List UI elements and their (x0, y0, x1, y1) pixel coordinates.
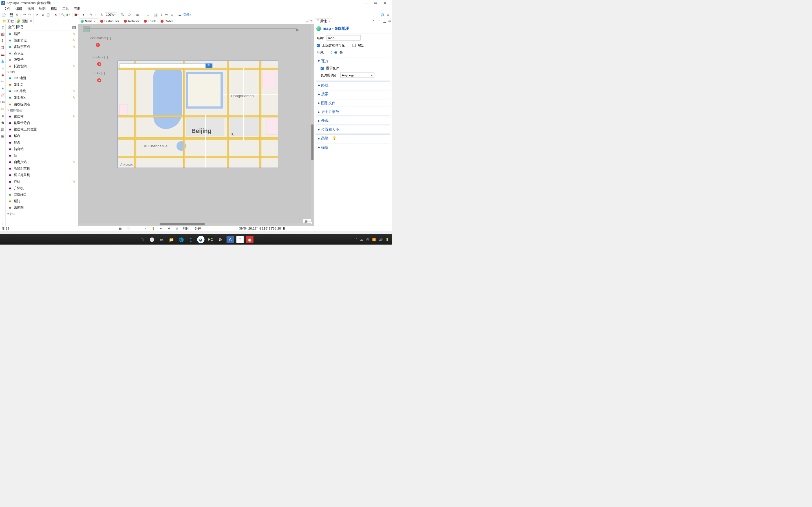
editor-tab[interactable]: Main✕ (79, 18, 98, 24)
cat-statechart-icon[interactable]: ▭ (1, 107, 4, 111)
taskbar-pycharm-icon[interactable]: PC (207, 236, 214, 243)
population-agent-icon[interactable]: ✦ (97, 62, 101, 66)
snap-button[interactable]: ◫ (141, 12, 145, 17)
shape-button[interactable]: ⬡▾ (128, 12, 132, 17)
palette-item[interactable]: ◆GIS路线✎ (6, 88, 78, 94)
name-input[interactable] (326, 35, 361, 40)
gis-search-button[interactable]: 🔍 (206, 63, 212, 68)
build-button[interactable]: 🔨 (61, 12, 65, 17)
provider-select[interactable]: AnyLogic▾ (340, 73, 374, 78)
sb-space-icon[interactable]: ⌖ (144, 226, 147, 230)
new-button[interactable]: 📄▾ (2, 12, 6, 17)
menu-edit[interactable]: 编辑 (14, 6, 23, 11)
target-button[interactable]: ⊕ (170, 12, 174, 17)
section-shapefile-header[interactable]: ▶图形文件 (316, 99, 390, 107)
stop-button[interactable]: ■ (81, 12, 86, 17)
editor-canvas[interactable]: ▶ ▼ distributors [..]✦retailers [..]✦tru… (78, 24, 314, 226)
sb-snap-icon[interactable]: ◫ (126, 226, 130, 230)
cat-factory-icon[interactable]: 🏭 (1, 32, 4, 36)
population-label[interactable]: trucks [..] (92, 71, 105, 75)
link-icon[interactable]: ↪ (373, 19, 375, 23)
gear-button[interactable]: ⚙ (386, 12, 390, 17)
tray-battery-icon[interactable]: 🔋 (386, 238, 389, 241)
editor-minimize-icon[interactable]: ▁ (305, 19, 308, 22)
tab-panel[interactable]: 🧩面板✕ (15, 18, 34, 24)
copy-button[interactable]: ⧉ (40, 12, 45, 17)
palette-item[interactable]: ◆输送带上的位置 (6, 126, 78, 133)
section-appearance-header[interactable]: ▶外观 (316, 117, 390, 124)
taskbar-search-icon[interactable]: ⚪ (148, 236, 156, 243)
section-center-zoom-header[interactable]: ▶居中并缩放 (316, 108, 390, 116)
taskbar-edge-icon[interactable]: 🌐 (177, 236, 185, 243)
section-routes-header[interactable]: ▶路线 (316, 82, 390, 89)
taskbar-taskview-icon[interactable]: ▭ (158, 236, 165, 243)
editor-maximize-icon[interactable]: ▭ (310, 19, 313, 22)
locked-checkbox[interactable] (352, 44, 356, 47)
paste-button[interactable]: 📋 (46, 12, 50, 17)
palette-item[interactable]: ◆移台 (6, 133, 78, 139)
cat-agent-icon[interactable]: ◉ (1, 73, 4, 77)
editor-tab[interactable]: Order (159, 18, 175, 24)
misc2-button[interactable]: ✢▾ (164, 12, 169, 17)
palette-item[interactable]: ◆转向站 (6, 146, 78, 152)
cat-space-icon[interactable]: ⌖ (1, 87, 4, 91)
palette-item[interactable]: ◆路线提供者 (6, 101, 78, 107)
taskbar-explorer-icon[interactable]: 📁 (168, 236, 175, 243)
population-label[interactable]: retailers [..] (92, 55, 108, 59)
taskbar-app-icon[interactable]: ◉ (246, 236, 253, 243)
palette-item[interactable]: ◆矩形节点✎ (6, 37, 78, 43)
maximize-button[interactable]: ▭ (373, 1, 378, 5)
cat-controls-icon[interactable]: OK (1, 100, 4, 104)
tab-close-icon[interactable]: ✕ (93, 19, 96, 23)
cat-3d-icon[interactable]: ▣ (1, 134, 4, 138)
palette-item[interactable]: ◆路径✎ (6, 31, 78, 37)
menu-model[interactable]: 模型 (50, 6, 58, 11)
palette-item[interactable]: ◆GIS地图 (6, 75, 78, 81)
palette-item[interactable]: ◆托盘货架✎ (6, 63, 78, 69)
run-button[interactable]: ▶▾ (66, 12, 71, 17)
taskbar-start-icon[interactable]: ⊞ (139, 236, 146, 243)
canvas-vscrollbar[interactable] (311, 124, 313, 160)
wand-button[interactable]: ✎ (89, 12, 93, 17)
cat-presentation-icon[interactable]: ✏ (1, 80, 4, 83)
palette-item[interactable]: ◆悬臂起重机 (6, 165, 78, 172)
palette-item[interactable]: ◆GIS点 (6, 81, 78, 88)
taskbar-baidu-icon[interactable]: ◕ (197, 236, 204, 243)
palette-item[interactable]: ◆桥式起重机 (6, 172, 78, 178)
cat-rail-icon[interactable]: 🛤 (1, 46, 4, 50)
palette-view-toggle-icon[interactable]: ▦ (72, 25, 76, 29)
cut-button[interactable]: ✂ (35, 12, 40, 17)
edit-pencil-icon[interactable]: ✎ (73, 180, 76, 183)
cat-pedestrian-icon[interactable]: 🚶 (1, 39, 4, 43)
login-button[interactable]: 登录 (183, 13, 189, 17)
cat-process-icon[interactable]: ⊙ (1, 25, 4, 29)
misc1-button[interactable]: ⊹ (159, 12, 163, 17)
code-button[interactable]: ⟨⟩ (94, 12, 99, 17)
refresh-button[interactable]: ↻ (100, 12, 104, 17)
panel-max-icon[interactable]: ▭ (388, 19, 391, 23)
taskbar-typora-icon[interactable]: T (236, 236, 244, 243)
palette-item[interactable]: ◆点节点 (6, 50, 78, 57)
palette-group-pedestrian[interactable]: ▾行人 (6, 211, 78, 217)
palette-item[interactable]: ◆转盘 (6, 139, 78, 146)
visible-toggle[interactable] (331, 51, 337, 54)
editor-tab[interactable]: Truck (142, 18, 158, 24)
palette-item[interactable]: ◆升降机 (6, 185, 78, 191)
cat-connectivity-icon[interactable]: 🔌 (1, 121, 4, 124)
section-tiles-header[interactable]: ▶瓦片 (316, 57, 390, 65)
sb-grid-icon[interactable]: ▦ (118, 226, 122, 230)
menu-tools[interactable]: 工具 (61, 6, 70, 11)
edit-pencil-icon[interactable]: ✎ (73, 115, 76, 118)
minimize-button[interactable]: — (363, 1, 369, 5)
canvas-hscrollbar[interactable] (160, 223, 205, 225)
undo-button[interactable]: ↶ (22, 12, 27, 17)
palette-item[interactable]: ◆吸引子 (6, 57, 78, 63)
redo-button[interactable]: ↷ (28, 12, 32, 17)
edit-pencil-icon[interactable]: ✎ (73, 45, 76, 48)
more-icon[interactable]: ⋮ (378, 19, 381, 23)
taskbar-settings-icon[interactable]: ⚙ (217, 236, 224, 243)
editor-tab[interactable]: Retailer (122, 18, 142, 24)
cat-system-icon[interactable]: ≈ (1, 66, 4, 70)
palette-item[interactable]: ◆网络端口 (6, 191, 78, 198)
save-all-button[interactable]: 🖨 (15, 12, 19, 17)
